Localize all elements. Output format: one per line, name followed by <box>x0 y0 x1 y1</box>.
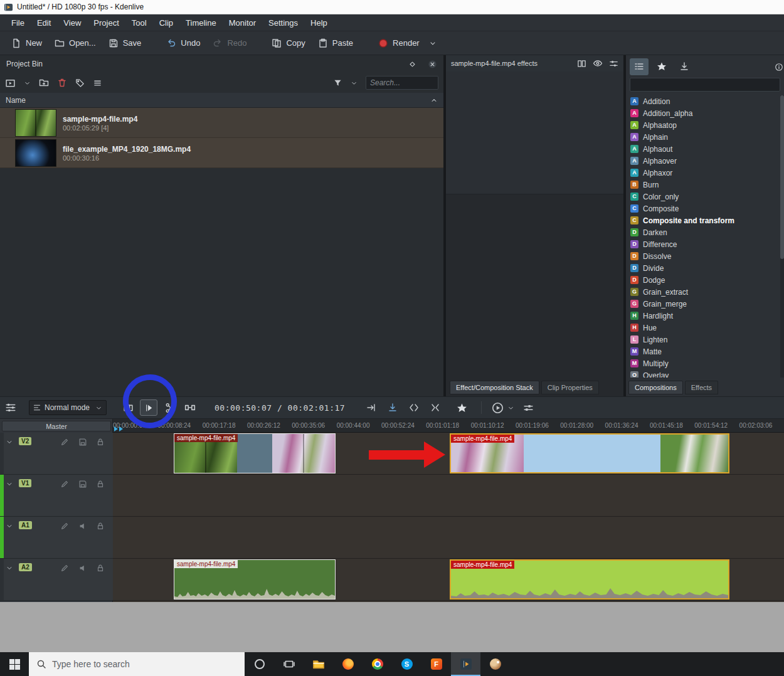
paint-app-button[interactable] <box>480 652 510 676</box>
composition-list-item[interactable]: G Grain_merge <box>627 298 779 310</box>
file-explorer-button[interactable] <box>304 652 333 676</box>
menu-item[interactable]: Clip <box>153 16 179 30</box>
preview-chevron-icon[interactable] <box>507 404 514 411</box>
composition-list-item[interactable]: C Composite <box>627 203 779 214</box>
download-effects-button[interactable] <box>675 58 694 75</box>
collapse-track-icon[interactable] <box>6 438 13 446</box>
firefox-button[interactable] <box>333 652 363 676</box>
timeline-settings-icon[interactable] <box>523 403 534 413</box>
save-button[interactable]: Save <box>102 34 148 52</box>
composition-list-item[interactable]: L Lighten <box>627 334 779 346</box>
favorite-effects-star-icon[interactable] <box>457 403 467 413</box>
composition-list-item[interactable]: M Multiply <box>627 357 779 369</box>
bin-clip-row[interactable]: sample-mp4-file.mp4 00:02:05:29 [4] <box>0 108 443 138</box>
track-header-v2[interactable]: V2 <box>0 433 113 475</box>
lift-zone-icon[interactable] <box>430 403 440 413</box>
create-folder-icon[interactable] <box>39 78 49 88</box>
edit-track-pencil-icon[interactable] <box>60 522 69 531</box>
close-panel-icon[interactable] <box>428 60 437 69</box>
composition-list-item[interactable]: G Grain_extract <box>627 286 779 298</box>
composition-list-item[interactable]: O Overlay <box>627 369 779 378</box>
extract-zone-icon[interactable] <box>409 403 419 413</box>
composition-list-item[interactable]: A Addition_alpha <box>627 107 779 119</box>
chrome-button[interactable] <box>363 652 392 676</box>
tab-clip-properties[interactable]: Clip Properties <box>541 381 599 394</box>
bin-name-column-header[interactable]: Name <box>0 93 443 108</box>
tab-effects[interactable]: Effects <box>685 381 718 394</box>
track-name-badge[interactable]: A1 <box>19 521 32 529</box>
bin-search-input[interactable] <box>366 76 438 90</box>
audio-clip-a2-1[interactable]: sample-mp4-file.mp4 <box>174 559 336 599</box>
track-lane-a1[interactable] <box>113 517 784 559</box>
preview-render-play-icon[interactable] <box>492 402 504 414</box>
taskbar-search[interactable] <box>29 652 245 676</box>
menu-item[interactable]: View <box>57 16 87 30</box>
composition-list-item[interactable]: D Dodge <box>627 274 779 286</box>
timeline-zone-markers[interactable] <box>114 426 123 431</box>
track-name-badge[interactable]: V2 <box>19 437 31 445</box>
spacer-tool-icon[interactable] <box>184 402 196 413</box>
edit-track-pencil-icon[interactable] <box>60 438 69 446</box>
task-view-button[interactable] <box>274 652 304 676</box>
track-target-zone-v1[interactable] <box>0 475 4 516</box>
track-target-zone-a2[interactable] <box>0 559 4 600</box>
composition-list-item[interactable]: B Burn <box>627 179 779 191</box>
start-button[interactable] <box>0 652 29 676</box>
tags-icon[interactable] <box>75 78 85 88</box>
collapse-track-icon[interactable] <box>6 564 13 572</box>
video-clip-v2-1[interactable]: sample-mp4-file.mp4 <box>174 433 336 473</box>
show-effects-eye-icon[interactable] <box>593 58 603 68</box>
undo-button[interactable]: Undo <box>160 34 206 52</box>
track-target-zone-v2[interactable] <box>0 433 4 474</box>
tab-compositions[interactable]: Compositions <box>628 381 683 394</box>
bin-menu-icon[interactable] <box>93 78 102 88</box>
info-icon[interactable] <box>775 63 783 71</box>
master-track-button[interactable]: Master <box>2 421 111 431</box>
composition-list-item[interactable]: H Hue <box>627 322 779 334</box>
overwrite-zone-icon[interactable] <box>388 403 398 413</box>
track-options-icon[interactable] <box>5 402 16 413</box>
mute-track-speaker-icon[interactable] <box>78 564 87 573</box>
composition-list-item[interactable]: D Difference <box>627 238 779 250</box>
timeline-ruler[interactable]: 00:00:00:0000:00:08:2400:00:17:1800:00:2… <box>113 419 784 433</box>
tab-effect-composition-stack[interactable]: Effect/Composition Stack <box>450 381 539 394</box>
composition-list-item[interactable]: C Color_only <box>627 191 779 203</box>
composition-list-item[interactable]: A Alphain <box>627 131 779 143</box>
copy-button[interactable]: Copy <box>265 34 311 52</box>
video-clip-v2-2-selected[interactable]: sample-mp4-file.mp4 <box>450 433 729 473</box>
track-thumbnails-icon[interactable] <box>78 438 87 446</box>
compare-split-icon[interactable] <box>577 59 586 68</box>
float-panel-icon[interactable] <box>408 60 416 68</box>
composition-list-item[interactable]: A Alphaatop <box>627 119 779 131</box>
composition-list-item[interactable]: H Hardlight <box>627 310 779 322</box>
delete-clip-icon[interactable] <box>57 78 67 88</box>
menu-item[interactable]: Settings <box>262 16 304 30</box>
paste-button[interactable]: Paste <box>312 34 359 52</box>
track-lane-v2[interactable]: sample-mp4-file.mp4 sample-mp4-file.mp4 <box>113 433 784 475</box>
collapse-track-icon[interactable] <box>6 480 13 488</box>
composition-list-item[interactable]: D Dissolve <box>627 250 779 262</box>
list-view-button[interactable] <box>630 58 649 75</box>
menu-item[interactable]: Help <box>304 16 334 30</box>
cortana-button[interactable] <box>245 652 274 676</box>
sort-chevron-up-icon[interactable] <box>430 97 438 104</box>
composition-list-item[interactable]: A Alphaxor <box>627 167 779 179</box>
f-app-button[interactable]: F <box>421 652 451 676</box>
edit-track-pencil-icon[interactable] <box>60 564 69 573</box>
edit-track-pencil-icon[interactable] <box>60 480 69 489</box>
lock-track-icon[interactable] <box>96 564 105 573</box>
menu-item[interactable]: Project <box>87 16 125 30</box>
add-clip-icon[interactable] <box>5 78 16 88</box>
compositions-search-input[interactable] <box>630 78 780 92</box>
composition-list-item[interactable]: A Alphaover <box>627 155 779 167</box>
insert-zone-icon[interactable] <box>366 403 376 413</box>
mute-track-speaker-icon[interactable] <box>78 522 87 531</box>
composition-list-item[interactable]: D Darken <box>627 226 779 238</box>
cut-scissors-icon[interactable] <box>165 403 176 413</box>
favorites-button[interactable] <box>652 58 671 75</box>
composition-list-item[interactable]: C Composite and transform <box>627 214 779 226</box>
new-button[interactable]: New <box>5 34 48 52</box>
composition-list-item[interactable]: M Matte <box>627 346 779 357</box>
kdenlive-taskbar-button[interactable] <box>451 652 480 676</box>
track-header-a1[interactable]: A1 <box>0 517 113 559</box>
